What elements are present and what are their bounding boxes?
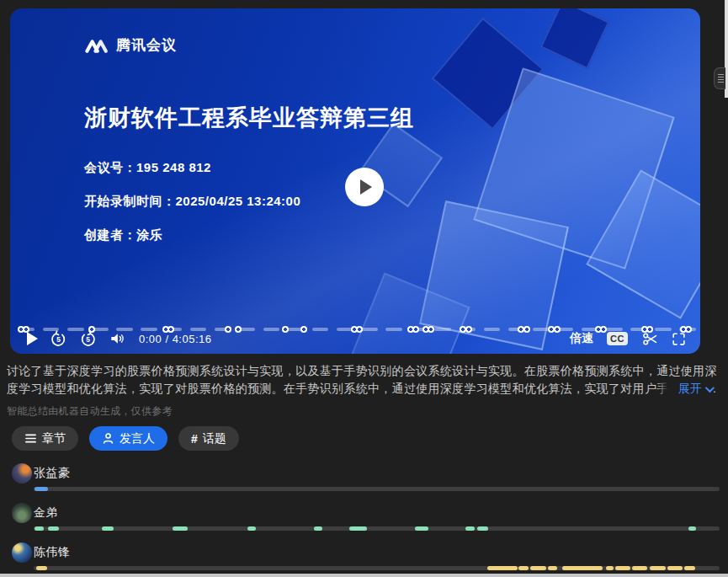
play-button[interactable] bbox=[22, 332, 38, 345]
scissors-icon bbox=[641, 330, 659, 348]
avatar bbox=[12, 503, 32, 523]
speech-segment bbox=[35, 487, 48, 491]
window-bottom-edge bbox=[0, 574, 728, 577]
section-tabs: 章节发言人#话题 bbox=[12, 426, 239, 451]
speech-segment bbox=[102, 526, 114, 531]
speech-segment bbox=[314, 526, 323, 531]
play-overlay-button[interactable] bbox=[345, 168, 384, 206]
speech-segment bbox=[518, 566, 529, 570]
meeting-number-line: 会议号：195 248 812 bbox=[84, 160, 300, 176]
speech-segment bbox=[349, 526, 367, 531]
rewind-5s-button[interactable]: 5 bbox=[50, 330, 67, 348]
tab-speakers[interactable]: 发言人 bbox=[89, 426, 167, 451]
speaker-icon bbox=[102, 432, 114, 445]
speech-segment bbox=[688, 526, 696, 531]
ai-summary-section: 讨论了基于深度学习的股票价格预测系统设计与实现，以及基于手势识别的会议系统设计与… bbox=[7, 362, 722, 419]
tab-label: 话题 bbox=[203, 431, 226, 446]
speech-segment bbox=[477, 526, 487, 531]
speech-segment bbox=[606, 566, 614, 570]
brand-name: 腾讯会议 bbox=[116, 35, 177, 55]
volume-button[interactable] bbox=[109, 330, 125, 347]
hash-icon: # bbox=[191, 432, 198, 446]
subtitles-cc-button[interactable]: CC bbox=[607, 332, 628, 345]
forward-5s-button[interactable]: 5 bbox=[79, 330, 97, 348]
tab-label: 发言人 bbox=[120, 431, 155, 446]
speaker-row[interactable]: 金弟 bbox=[0, 498, 728, 537]
speech-segment bbox=[684, 566, 694, 570]
speech-segment bbox=[548, 566, 557, 570]
meeting-title: 浙财软件工程系毕业答辩第三组 bbox=[84, 103, 414, 133]
speaker-row[interactable]: 陈伟锋 bbox=[0, 537, 728, 577]
avatar bbox=[12, 542, 32, 563]
tab-label: 章节 bbox=[42, 431, 66, 446]
tab-topics[interactable]: #话题 bbox=[178, 426, 239, 451]
fullscreen-icon bbox=[671, 331, 687, 347]
grip-lines-icon bbox=[718, 74, 724, 75]
speaker-name: 金弟 bbox=[34, 505, 58, 521]
speech-segment bbox=[615, 566, 630, 570]
speaker-timeline-track[interactable] bbox=[34, 487, 720, 491]
speaker-timeline-track[interactable] bbox=[34, 566, 720, 570]
tab-chapters[interactable]: 章节 bbox=[12, 426, 78, 451]
speaker-row[interactable]: 张益豪 bbox=[0, 458, 728, 498]
expand-summary-link[interactable]: 展开 bbox=[656, 382, 712, 397]
svg-text:5: 5 bbox=[86, 335, 90, 344]
meeting-meta: 会议号：195 248 812 开始录制时间：2025/04/25 13:24:… bbox=[84, 160, 300, 261]
volume-icon bbox=[109, 330, 125, 347]
speech-segment bbox=[650, 566, 666, 570]
speech-segment bbox=[247, 526, 256, 531]
ai-disclaimer: 智能总结由机器自动生成，仅供参考 bbox=[7, 404, 722, 419]
speech-segment bbox=[48, 526, 59, 531]
speech-segment bbox=[487, 566, 518, 570]
avatar bbox=[12, 463, 32, 484]
speech-segment bbox=[562, 566, 603, 570]
clip-button[interactable] bbox=[641, 330, 659, 348]
speaker-timeline-track[interactable] bbox=[34, 526, 720, 531]
speech-segment bbox=[415, 526, 428, 531]
tencent-meeting-logo-icon bbox=[84, 36, 109, 55]
side-panel-toggle[interactable] bbox=[714, 67, 725, 89]
speech-segment bbox=[667, 566, 683, 570]
rewind-5s-icon: 5 bbox=[50, 330, 67, 348]
fullscreen-button[interactable] bbox=[671, 331, 687, 347]
speech-segment bbox=[173, 526, 187, 531]
creator-line: 创建者：涂乐 bbox=[84, 227, 300, 243]
tencent-meeting-logo: 腾讯会议 bbox=[84, 35, 177, 55]
forward-5s-icon: 5 bbox=[79, 330, 97, 348]
ai-summary-text: 讨论了基于深度学习的股票价格预测系统设计与实现，以及基于手势识别的会议系统设计与… bbox=[7, 362, 722, 398]
speaker-name: 陈伟锋 bbox=[34, 545, 71, 560]
record-time-line: 开始录制时间：2025/04/25 13:24:00 bbox=[84, 194, 300, 210]
video-player: 腾讯会议 浙财软件工程系毕业答辩第三组 会议号：195 248 812 开始录制… bbox=[10, 8, 700, 354]
playback-speed-button[interactable]: 倍速 bbox=[570, 331, 593, 346]
speech-segment bbox=[36, 566, 47, 570]
speaker-list: 张益豪金弟陈伟锋 bbox=[0, 458, 728, 577]
play-icon bbox=[27, 332, 38, 345]
player-controls: 5 5 0:00 / 4:05:16 倍速 CC bbox=[10, 327, 700, 350]
speaker-name: 张益豪 bbox=[34, 466, 71, 481]
speech-segment bbox=[530, 566, 546, 570]
play-icon bbox=[360, 179, 372, 195]
speech-segment bbox=[632, 566, 647, 570]
time-display: 0:00 / 4:05:16 bbox=[139, 333, 212, 345]
speech-segment bbox=[35, 526, 44, 531]
chapters-icon bbox=[24, 433, 37, 444]
svg-text:5: 5 bbox=[56, 335, 61, 344]
speech-segment bbox=[465, 526, 475, 531]
expand-label: 展开 bbox=[678, 382, 702, 397]
